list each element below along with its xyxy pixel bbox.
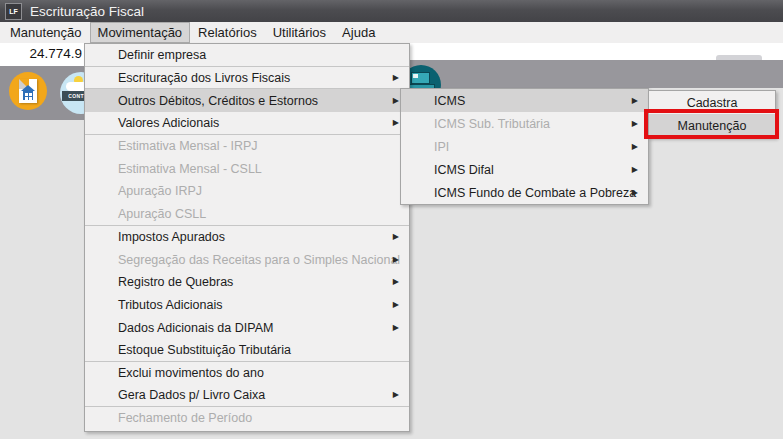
menu-item[interactable]: Dados Adicionais da DIPAM ▶ (85, 316, 409, 339)
menubar-item[interactable]: Utilitários (265, 22, 334, 43)
menu-item[interactable]: Registro de Quebras ▶ (85, 271, 409, 294)
menubar-item[interactable]: Ajuda (334, 22, 383, 43)
submenu-arrow-icon: ▶ (632, 166, 638, 174)
company-number: 24.774.9 (0, 46, 82, 61)
menu-item[interactable]: Exclui movimentos do ano ▶ (85, 362, 409, 385)
submenu-arrow-icon: ▶ (393, 74, 399, 82)
menu-item[interactable]: Estoque Substituição Tributária ▶ (85, 339, 409, 362)
movimentacao-dropdown-menu: Definir empresa ▶ Escrituração dos Livro… (84, 43, 410, 432)
menubar-item[interactable]: Manutenção (2, 22, 90, 43)
menubar-item[interactable]: Movimentação (90, 22, 191, 43)
menu-item[interactable]: Escrituração dos Livros Fiscais ▶ (85, 67, 409, 90)
submenu-arrow-icon: ▶ (632, 189, 638, 197)
submenu-arrow-icon: ▶ (393, 391, 399, 399)
submenu-arrow-icon: ▶ (393, 119, 399, 127)
menu-item[interactable]: ICMS Fundo de Combate a Pobreza ▶ (401, 181, 648, 204)
submenu-arrow-icon: ▶ (393, 301, 399, 309)
menubar-item[interactable]: Relatórios (190, 22, 265, 43)
menu-item[interactable]: Gera Dados p/ Livro Caixa ▶ (85, 384, 409, 407)
submenu-arrow-icon: ▶ (632, 97, 638, 105)
submenu-arrow-icon: ▶ (393, 278, 399, 286)
annotation-highlight-box (644, 109, 779, 139)
menu-item[interactable]: ICMS Difal ▶ (401, 158, 648, 181)
menu-item: Apuração IRPJ ▶ (85, 180, 409, 203)
menu-item: ICMS Sub. Tributária ▶ (401, 112, 648, 135)
building-windows-glyph (25, 93, 28, 96)
menu-item: IPI ▶ (401, 135, 648, 158)
menu-item[interactable]: Outros Débitos, Créditos e Estornos ▶ (85, 89, 409, 112)
window-title: Escrituração Fiscal (30, 4, 144, 19)
menu-item[interactable]: Valores Adicionais ▶ (85, 112, 409, 135)
menu-item: Fechamento de Período ▶ (85, 407, 409, 430)
menu-item[interactable]: ICMS ▶ (401, 89, 648, 112)
title-bar: LF Escrituração Fiscal (0, 0, 783, 22)
company-icon[interactable] (9, 72, 47, 110)
menu-item: Segregação das Receitas para o Simples N… (85, 248, 409, 271)
menu-item[interactable]: Impostos Apurados ▶ (85, 226, 409, 249)
app-window: LF Escrituração Fiscal ManutençãoMovimen… (0, 0, 783, 439)
submenu-arrow-icon: ▶ (393, 97, 399, 105)
monitor-glint-glyph (413, 74, 418, 78)
submenu-arrow-icon: ▶ (393, 256, 399, 264)
menu-bar: ManutençãoMovimentaçãoRelatóriosUtilitár… (0, 22, 783, 43)
submenu-arrow-icon: ▶ (632, 120, 638, 128)
menu-item: Estimativa Mensal - CSLL ▶ (85, 157, 409, 180)
app-icon: LF (5, 3, 22, 20)
submenu-arrow-icon: ▶ (393, 324, 399, 332)
menu-item: Apuração CSLL ▶ (85, 203, 409, 226)
submenu-arrow-icon: ▶ (632, 143, 638, 151)
menu-item[interactable]: Definir empresa ▶ (85, 44, 409, 67)
menu-item: Estimativa Mensal - IRPJ ▶ (85, 135, 409, 158)
submenu-arrow-icon: ▶ (393, 233, 399, 241)
menu-item[interactable]: Tributos Adicionais ▶ (85, 294, 409, 317)
outros-debitos-submenu: ICMS ▶ ICMS Sub. Tributária ▶ IPI ▶ ICMS… (400, 88, 649, 205)
